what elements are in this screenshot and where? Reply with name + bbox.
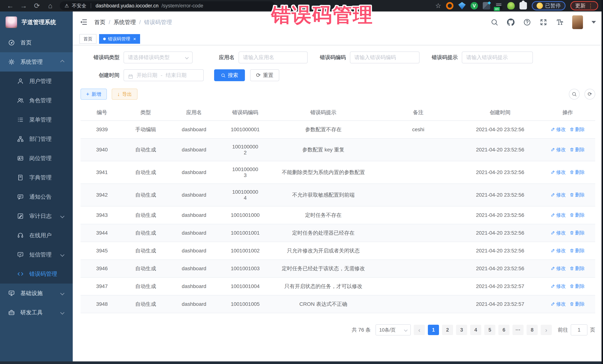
delete-link[interactable]: 删除	[570, 212, 585, 218]
cell-type: 自动生成	[123, 277, 168, 295]
sidebar-item-system[interactable]: 系统管理	[0, 52, 73, 72]
delete-link[interactable]: 删除	[570, 146, 585, 153]
app-logo[interactable]: 芋道管理系统	[0, 11, 73, 33]
search-icon	[221, 73, 226, 78]
delete-link[interactable]: 删除	[570, 301, 585, 307]
column-header: 备注	[376, 105, 460, 121]
github-icon[interactable]	[507, 18, 515, 26]
sidebar-item-errcode[interactable]: 错误码管理	[0, 264, 73, 284]
user-avatar[interactable]	[572, 15, 583, 29]
prev-page-button[interactable]: ‹	[414, 325, 425, 335]
edit-link[interactable]: 修改	[551, 247, 566, 254]
edit-link[interactable]: 修改	[551, 169, 566, 176]
breadcrumb-home[interactable]: 首页	[94, 19, 105, 26]
edit-link[interactable]: 修改	[551, 265, 566, 272]
close-icon[interactable]: ×	[133, 36, 136, 42]
extension-blue-gem-icon[interactable]	[458, 2, 466, 10]
fullscreen-icon[interactable]	[540, 18, 547, 26]
extension-plant-icon[interactable]	[507, 2, 515, 10]
browser-back-icon[interactable]: ←	[5, 2, 16, 9]
font-size-icon[interactable]	[556, 18, 564, 26]
bookmark-star-icon[interactable]: ☆	[435, 2, 441, 10]
page-button-3[interactable]: 3	[456, 325, 467, 335]
column-header: 应用名	[168, 105, 220, 121]
browser-reload-icon[interactable]: ⟳	[32, 2, 42, 9]
toggle-search-button[interactable]	[569, 89, 580, 99]
address-bar[interactable]: ⚠ 不安全 dashboard.yudao.iocoder.cn/system/…	[60, 1, 275, 10]
page-button-1[interactable]: 1	[428, 325, 439, 335]
sidebar-item-online[interactable]: 在线用户	[0, 226, 73, 245]
reset-button[interactable]: ⟳ 重置	[250, 69, 279, 81]
delete-link[interactable]: 删除	[570, 126, 585, 133]
tab-error-code[interactable]: 错误码管理 ×	[99, 34, 140, 44]
window-scrollbar[interactable]	[602, 0, 603, 364]
edit-link[interactable]: 修改	[551, 212, 566, 218]
extension-orange-ring-icon[interactable]	[446, 2, 453, 10]
update-button[interactable]: 更新 ⋮	[570, 1, 598, 10]
page-size-select[interactable]: 10条/页	[376, 324, 411, 335]
error-hint-input[interactable]	[466, 55, 528, 60]
sidebar-item-sms[interactable]: 短信管理	[0, 245, 73, 264]
edit-link[interactable]: 修改	[551, 283, 566, 289]
sidebar-item-label: 岗位管理	[29, 154, 52, 162]
caret-down-icon[interactable]	[591, 21, 596, 23]
sidebar-item-devtools[interactable]: 研发工具	[0, 303, 73, 322]
breadcrumb-system[interactable]: 系统管理	[114, 19, 136, 26]
app-name-input[interactable]	[243, 55, 303, 60]
cell-remark	[376, 242, 460, 260]
search-button[interactable]: 搜索	[214, 69, 245, 81]
tab-home[interactable]: 首页	[79, 34, 96, 44]
date-range-picker[interactable]: 开始日期 - 结束日期	[124, 69, 204, 81]
paused-badge[interactable]: 已暂停	[532, 1, 566, 10]
page-button-8[interactable]: 8	[527, 325, 538, 335]
sidebar-item-notice[interactable]: 通知公告	[0, 187, 73, 207]
delete-link[interactable]: 删除	[570, 192, 585, 198]
page-button-5[interactable]: 5	[484, 325, 495, 335]
infrastructure-icon	[8, 290, 15, 297]
goto-page-input[interactable]	[571, 324, 587, 335]
extensions-puzzle-icon[interactable]	[520, 2, 527, 10]
page-button-6[interactable]: 6	[498, 325, 510, 335]
page-button-2[interactable]: 2	[442, 325, 453, 335]
browser-menu-dots-icon[interactable]: ⋮	[588, 3, 593, 9]
delete-link[interactable]: 删除	[570, 169, 585, 176]
sidebar-item-menu[interactable]: 菜单管理	[0, 110, 73, 129]
error-code-input[interactable]	[354, 55, 415, 60]
edit-link[interactable]: 修改	[551, 146, 566, 153]
add-button[interactable]: + 新增	[81, 88, 107, 100]
edit-link-label: 修改	[556, 247, 566, 254]
hamburger-icon[interactable]	[80, 18, 88, 26]
sidebar-item-dict[interactable]: 字典管理	[0, 168, 73, 187]
delete-link[interactable]: 删除	[570, 265, 585, 272]
table-header-row: 编号类型应用名错误码编码错误码提示备注创建时间操作	[81, 105, 595, 121]
delete-link[interactable]: 删除	[570, 230, 585, 236]
export-button[interactable]: ↓ 导出	[112, 88, 138, 100]
next-page-button[interactable]: ›	[541, 325, 552, 335]
sidebar-item-post[interactable]: 岗位管理	[0, 149, 73, 168]
browser-home-icon[interactable]: ⌂	[45, 2, 56, 9]
browser-forward-icon[interactable]: →	[18, 2, 29, 9]
extension-grid-icon[interactable]	[483, 2, 490, 10]
sidebar-item-role[interactable]: 角色管理	[0, 91, 73, 110]
delete-link-label: 删除	[575, 192, 585, 198]
pagination-ellipsis[interactable]: ···	[512, 325, 524, 335]
extension-green-check-icon[interactable]: V	[471, 2, 478, 10]
sidebar-item-dept[interactable]: 部门管理	[0, 129, 73, 149]
refresh-table-button[interactable]: ⟳	[584, 89, 595, 99]
page-button-4[interactable]: 4	[470, 325, 481, 335]
sidebar-item-home[interactable]: 首页	[0, 33, 73, 52]
edit-link[interactable]: 修改	[551, 126, 566, 133]
delete-link[interactable]: 删除	[570, 247, 585, 254]
error-type-select[interactable]: 请选择错误码类型	[124, 52, 193, 63]
delete-link[interactable]: 删除	[570, 283, 585, 289]
edit-link[interactable]: 修改	[551, 192, 566, 198]
sidebar-item-infra[interactable]: 基础设施	[0, 284, 73, 303]
edit-link[interactable]: 修改	[551, 230, 566, 236]
sidebar-item-audit[interactable]: 审计日志	[0, 207, 73, 226]
help-icon[interactable]	[523, 18, 531, 26]
extension-list-icon[interactable]: on	[495, 2, 502, 10]
search-icon[interactable]	[491, 18, 498, 26]
sidebar-item-user[interactable]: 用户管理	[0, 72, 73, 91]
edit-icon	[551, 147, 555, 152]
edit-link[interactable]: 修改	[551, 301, 566, 307]
